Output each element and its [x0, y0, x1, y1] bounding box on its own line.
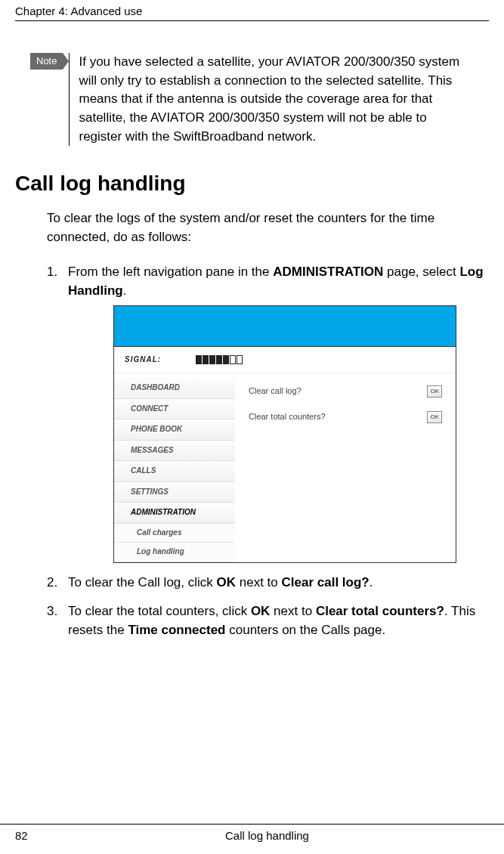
screenshot-nav: DASHBOARD CONNECT PHONE BOOK MESSAGES CA… [114, 373, 235, 562]
nav-item-connect[interactable]: CONNECT [114, 399, 235, 420]
step-text: next to [236, 575, 281, 589]
step-bold: OK [217, 575, 237, 589]
note-badge: Note [30, 53, 63, 70]
ok-button[interactable]: OK [427, 385, 442, 398]
note-text: If you have selected a satellite, your A… [69, 53, 462, 146]
clear-call-log-label: Clear call log? [249, 385, 301, 398]
step-3: 3. To clear the total counters, click OK… [47, 602, 489, 639]
nav-sub-call-charges[interactable]: Call charges [114, 524, 235, 543]
embedded-screenshot: SIGNAL: DASHBOARD CONNECT PHONE BOOK MES… [113, 305, 456, 563]
signal-label: SIGNAL: [125, 354, 161, 366]
nav-item-dashboard[interactable]: DASHBOARD [114, 378, 235, 399]
ok-button[interactable]: OK [427, 411, 442, 423]
step-bold: OK [251, 604, 271, 618]
step-bold: ADMINISTRATION [273, 265, 383, 279]
step-2: 2. To clear the Call log, click OK next … [47, 574, 489, 593]
step-bold: Clear call log? [282, 575, 369, 589]
footer-title: Call log handling [45, 829, 489, 842]
screenshot-banner [114, 306, 456, 347]
page-footer: 82 Call log handling [0, 824, 504, 854]
nav-sub-log-handling[interactable]: Log handling [114, 543, 235, 562]
nav-item-messages[interactable]: MESSAGES [114, 441, 235, 462]
nav-item-calls[interactable]: CALLS [114, 461, 235, 482]
step-bold: Time connected [128, 623, 225, 637]
step-text: counters on the Calls page. [226, 623, 386, 637]
step-text: page, select [383, 265, 459, 279]
clear-total-counters-label: Clear total counters? [249, 411, 326, 423]
intro-paragraph: To clear the logs of the system and/or r… [47, 209, 485, 246]
nav-item-administration[interactable]: ADMINISTRATION [114, 503, 235, 524]
note-block: Note If you have selected a satellite, y… [30, 53, 489, 146]
signal-row: SIGNAL: [114, 347, 456, 374]
step-text: To clear the total counters, click [68, 604, 251, 618]
nav-item-phonebook[interactable]: PHONE BOOK [114, 419, 235, 441]
step-text: To clear the Call log, click [68, 575, 217, 589]
step-text: . [123, 283, 127, 298]
chapter-header: Chapter 4: Advanced use [15, 0, 489, 21]
step-text: next to [270, 604, 315, 618]
step-text: From the left navigation pane in the [68, 265, 273, 279]
step-text: . [369, 575, 373, 589]
signal-bars-icon [196, 355, 243, 364]
step-bold: Clear total counters? [316, 604, 444, 618]
step-number: 2. [47, 574, 57, 593]
step-1: 1. From the left navigation pane in the … [47, 263, 489, 562]
nav-item-settings[interactable]: SETTINGS [114, 482, 235, 503]
step-number: 1. [47, 263, 57, 282]
section-title: Call log handling [15, 172, 489, 196]
step-number: 3. [47, 602, 57, 621]
screenshot-content: Clear call log? OK Clear total counters?… [235, 373, 456, 562]
page-number: 82 [15, 829, 45, 842]
